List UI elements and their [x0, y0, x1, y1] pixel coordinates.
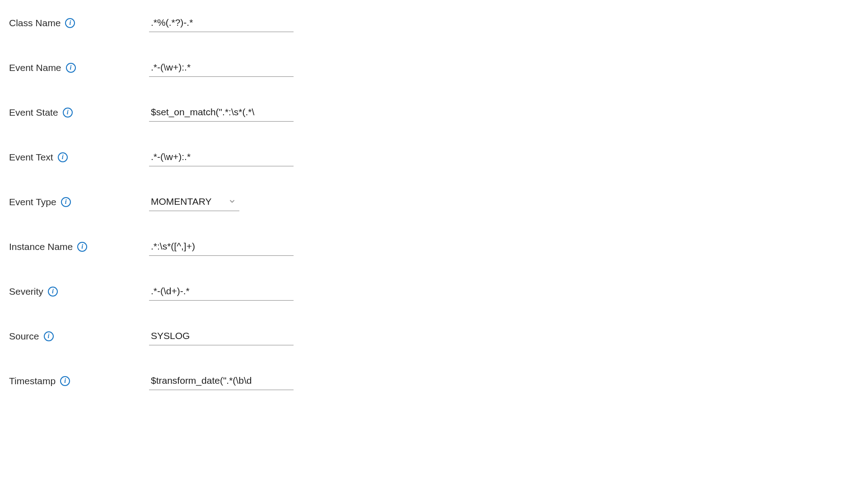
- label-group: Instance Name i: [9, 241, 149, 252]
- instance-name-input[interactable]: [149, 237, 294, 256]
- event-type-select-wrapper: MOMENTARY: [149, 193, 239, 211]
- label-group: Class Name i: [9, 18, 149, 28]
- label-group: Severity i: [9, 286, 149, 297]
- info-icon[interactable]: i: [66, 63, 76, 73]
- severity-label: Severity: [9, 286, 43, 297]
- severity-input[interactable]: [149, 282, 294, 301]
- label-group: Timestamp i: [9, 376, 149, 386]
- event-state-input[interactable]: [149, 103, 294, 122]
- row-event-type: Event Type i MOMENTARY: [9, 193, 859, 211]
- event-name-input[interactable]: [149, 58, 294, 77]
- label-group: Source i: [9, 331, 149, 342]
- row-timestamp: Timestamp i: [9, 372, 859, 390]
- event-name-label: Event Name: [9, 62, 61, 73]
- form-container: Class Name i Event Name i Event State i …: [9, 14, 859, 390]
- row-severity: Severity i: [9, 282, 859, 301]
- class-name-input[interactable]: [149, 14, 294, 32]
- event-text-label: Event Text: [9, 152, 53, 163]
- info-icon[interactable]: i: [44, 331, 54, 341]
- event-type-label: Event Type: [9, 197, 56, 207]
- source-label: Source: [9, 331, 39, 342]
- info-icon[interactable]: i: [65, 18, 75, 28]
- info-icon[interactable]: i: [48, 287, 58, 297]
- instance-name-label: Instance Name: [9, 241, 73, 252]
- info-icon[interactable]: i: [58, 152, 68, 162]
- info-icon[interactable]: i: [77, 242, 87, 252]
- label-group: Event Text i: [9, 152, 149, 163]
- event-text-input[interactable]: [149, 148, 294, 166]
- row-source: Source i: [9, 327, 859, 345]
- timestamp-label: Timestamp: [9, 376, 56, 386]
- label-group: Event Type i: [9, 197, 149, 207]
- class-name-label: Class Name: [9, 18, 61, 28]
- info-icon[interactable]: i: [63, 108, 73, 118]
- info-icon[interactable]: i: [61, 197, 71, 207]
- row-class-name: Class Name i: [9, 14, 859, 32]
- row-event-name: Event Name i: [9, 58, 859, 77]
- source-input[interactable]: [149, 327, 294, 345]
- label-group: Event Name i: [9, 62, 149, 73]
- row-event-text: Event Text i: [9, 148, 859, 166]
- info-icon[interactable]: i: [60, 376, 70, 386]
- timestamp-input[interactable]: [149, 372, 294, 390]
- row-event-state: Event State i: [9, 103, 859, 122]
- row-instance-name: Instance Name i: [9, 237, 859, 256]
- label-group: Event State i: [9, 107, 149, 118]
- event-type-select[interactable]: MOMENTARY: [149, 193, 239, 211]
- event-state-label: Event State: [9, 107, 58, 118]
